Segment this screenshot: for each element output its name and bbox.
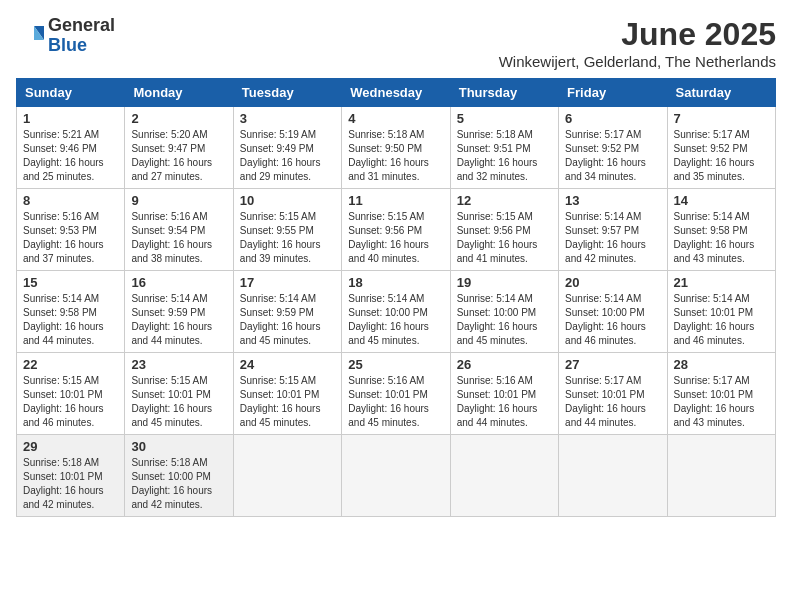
day-number: 23 (131, 357, 226, 372)
calendar-cell (233, 435, 341, 517)
logo: General Blue (16, 16, 115, 56)
day-number: 28 (674, 357, 769, 372)
weekday-header-friday: Friday (559, 79, 667, 107)
logo-blue: Blue (48, 35, 87, 55)
calendar-cell: 18Sunrise: 5:14 AMSunset: 10:00 PMDaylig… (342, 271, 450, 353)
calendar-cell: 10Sunrise: 5:15 AMSunset: 9:55 PMDayligh… (233, 189, 341, 271)
calendar-cell: 14Sunrise: 5:14 AMSunset: 9:58 PMDayligh… (667, 189, 775, 271)
calendar-cell: 24Sunrise: 5:15 AMSunset: 10:01 PMDaylig… (233, 353, 341, 435)
day-info: Sunrise: 5:14 AMSunset: 10:00 PMDaylight… (457, 292, 552, 348)
calendar-cell: 15Sunrise: 5:14 AMSunset: 9:58 PMDayligh… (17, 271, 125, 353)
calendar-cell: 3Sunrise: 5:19 AMSunset: 9:49 PMDaylight… (233, 107, 341, 189)
weekday-header-saturday: Saturday (667, 79, 775, 107)
calendar-cell: 16Sunrise: 5:14 AMSunset: 9:59 PMDayligh… (125, 271, 233, 353)
day-number: 12 (457, 193, 552, 208)
day-info: Sunrise: 5:18 AMSunset: 10:01 PMDaylight… (23, 456, 118, 512)
calendar-cell (342, 435, 450, 517)
calendar-cell: 28Sunrise: 5:17 AMSunset: 10:01 PMDaylig… (667, 353, 775, 435)
calendar-cell: 4Sunrise: 5:18 AMSunset: 9:50 PMDaylight… (342, 107, 450, 189)
day-info: Sunrise: 5:18 AMSunset: 10:00 PMDaylight… (131, 456, 226, 512)
day-number: 14 (674, 193, 769, 208)
day-info: Sunrise: 5:15 AMSunset: 10:01 PMDaylight… (23, 374, 118, 430)
day-info: Sunrise: 5:15 AMSunset: 9:56 PMDaylight:… (348, 210, 443, 266)
day-info: Sunrise: 5:18 AMSunset: 9:50 PMDaylight:… (348, 128, 443, 184)
day-info: Sunrise: 5:15 AMSunset: 9:55 PMDaylight:… (240, 210, 335, 266)
day-number: 17 (240, 275, 335, 290)
day-number: 25 (348, 357, 443, 372)
day-number: 30 (131, 439, 226, 454)
day-number: 8 (23, 193, 118, 208)
calendar-cell: 11Sunrise: 5:15 AMSunset: 9:56 PMDayligh… (342, 189, 450, 271)
month-title: June 2025 (499, 16, 776, 53)
day-info: Sunrise: 5:21 AMSunset: 9:46 PMDaylight:… (23, 128, 118, 184)
calendar-cell: 2Sunrise: 5:20 AMSunset: 9:47 PMDaylight… (125, 107, 233, 189)
calendar-week-row: 22Sunrise: 5:15 AMSunset: 10:01 PMDaylig… (17, 353, 776, 435)
day-number: 7 (674, 111, 769, 126)
day-number: 26 (457, 357, 552, 372)
day-info: Sunrise: 5:19 AMSunset: 9:49 PMDaylight:… (240, 128, 335, 184)
logo-text: General Blue (48, 16, 115, 56)
calendar-cell: 7Sunrise: 5:17 AMSunset: 9:52 PMDaylight… (667, 107, 775, 189)
logo-general: General (48, 15, 115, 35)
day-info: Sunrise: 5:14 AMSunset: 9:58 PMDaylight:… (674, 210, 769, 266)
calendar-cell: 25Sunrise: 5:16 AMSunset: 10:01 PMDaylig… (342, 353, 450, 435)
day-info: Sunrise: 5:17 AMSunset: 9:52 PMDaylight:… (565, 128, 660, 184)
day-info: Sunrise: 5:14 AMSunset: 10:01 PMDaylight… (674, 292, 769, 348)
calendar-week-row: 29Sunrise: 5:18 AMSunset: 10:01 PMDaylig… (17, 435, 776, 517)
day-info: Sunrise: 5:17 AMSunset: 9:52 PMDaylight:… (674, 128, 769, 184)
day-info: Sunrise: 5:14 AMSunset: 10:00 PMDaylight… (565, 292, 660, 348)
calendar-cell: 30Sunrise: 5:18 AMSunset: 10:00 PMDaylig… (125, 435, 233, 517)
day-info: Sunrise: 5:16 AMSunset: 10:01 PMDaylight… (348, 374, 443, 430)
calendar-cell: 5Sunrise: 5:18 AMSunset: 9:51 PMDaylight… (450, 107, 558, 189)
calendar-cell: 13Sunrise: 5:14 AMSunset: 9:57 PMDayligh… (559, 189, 667, 271)
day-info: Sunrise: 5:15 AMSunset: 10:01 PMDaylight… (240, 374, 335, 430)
day-number: 24 (240, 357, 335, 372)
calendar-week-row: 15Sunrise: 5:14 AMSunset: 9:58 PMDayligh… (17, 271, 776, 353)
day-info: Sunrise: 5:17 AMSunset: 10:01 PMDaylight… (674, 374, 769, 430)
day-number: 2 (131, 111, 226, 126)
day-number: 27 (565, 357, 660, 372)
title-area: June 2025 Winkewijert, Gelderland, The N… (499, 16, 776, 70)
weekday-header-row: SundayMondayTuesdayWednesdayThursdayFrid… (17, 79, 776, 107)
calendar-cell: 26Sunrise: 5:16 AMSunset: 10:01 PMDaylig… (450, 353, 558, 435)
calendar-cell (667, 435, 775, 517)
day-info: Sunrise: 5:15 AMSunset: 9:56 PMDaylight:… (457, 210, 552, 266)
calendar-cell: 20Sunrise: 5:14 AMSunset: 10:00 PMDaylig… (559, 271, 667, 353)
day-number: 3 (240, 111, 335, 126)
day-number: 15 (23, 275, 118, 290)
day-info: Sunrise: 5:16 AMSunset: 10:01 PMDaylight… (457, 374, 552, 430)
calendar-cell: 17Sunrise: 5:14 AMSunset: 9:59 PMDayligh… (233, 271, 341, 353)
day-info: Sunrise: 5:14 AMSunset: 9:59 PMDaylight:… (131, 292, 226, 348)
day-info: Sunrise: 5:14 AMSunset: 9:58 PMDaylight:… (23, 292, 118, 348)
calendar-week-row: 8Sunrise: 5:16 AMSunset: 9:53 PMDaylight… (17, 189, 776, 271)
calendar-cell: 29Sunrise: 5:18 AMSunset: 10:01 PMDaylig… (17, 435, 125, 517)
header: General Blue June 2025 Winkewijert, Geld… (16, 16, 776, 70)
day-info: Sunrise: 5:14 AMSunset: 10:00 PMDaylight… (348, 292, 443, 348)
calendar-cell: 21Sunrise: 5:14 AMSunset: 10:01 PMDaylig… (667, 271, 775, 353)
calendar-cell: 12Sunrise: 5:15 AMSunset: 9:56 PMDayligh… (450, 189, 558, 271)
calendar: SundayMondayTuesdayWednesdayThursdayFrid… (16, 78, 776, 517)
logo-icon (16, 22, 44, 50)
calendar-cell: 8Sunrise: 5:16 AMSunset: 9:53 PMDaylight… (17, 189, 125, 271)
day-info: Sunrise: 5:18 AMSunset: 9:51 PMDaylight:… (457, 128, 552, 184)
calendar-cell (559, 435, 667, 517)
calendar-cell: 6Sunrise: 5:17 AMSunset: 9:52 PMDaylight… (559, 107, 667, 189)
day-info: Sunrise: 5:14 AMSunset: 9:57 PMDaylight:… (565, 210, 660, 266)
day-info: Sunrise: 5:15 AMSunset: 10:01 PMDaylight… (131, 374, 226, 430)
day-number: 6 (565, 111, 660, 126)
day-number: 16 (131, 275, 226, 290)
day-number: 9 (131, 193, 226, 208)
calendar-cell: 1Sunrise: 5:21 AMSunset: 9:46 PMDaylight… (17, 107, 125, 189)
calendar-cell: 19Sunrise: 5:14 AMSunset: 10:00 PMDaylig… (450, 271, 558, 353)
day-number: 29 (23, 439, 118, 454)
calendar-cell: 27Sunrise: 5:17 AMSunset: 10:01 PMDaylig… (559, 353, 667, 435)
location-title: Winkewijert, Gelderland, The Netherlands (499, 53, 776, 70)
calendar-cell: 23Sunrise: 5:15 AMSunset: 10:01 PMDaylig… (125, 353, 233, 435)
weekday-header-monday: Monday (125, 79, 233, 107)
day-number: 18 (348, 275, 443, 290)
day-number: 19 (457, 275, 552, 290)
day-number: 1 (23, 111, 118, 126)
day-number: 22 (23, 357, 118, 372)
calendar-cell: 22Sunrise: 5:15 AMSunset: 10:01 PMDaylig… (17, 353, 125, 435)
day-info: Sunrise: 5:20 AMSunset: 9:47 PMDaylight:… (131, 128, 226, 184)
